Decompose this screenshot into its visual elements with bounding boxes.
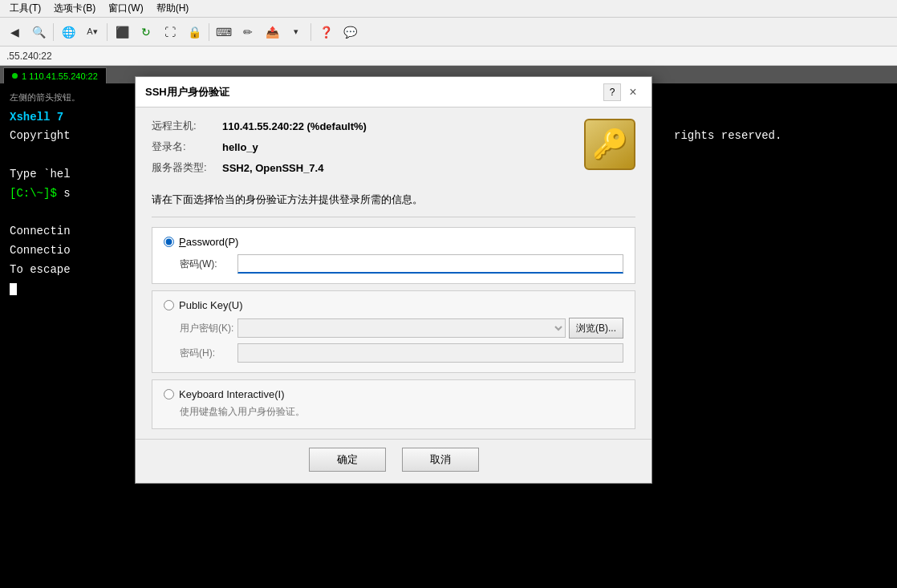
password-radio-label[interactable]: Password(P) [179, 236, 238, 248]
tab-dot [12, 73, 18, 79]
toolbar-edit[interactable]: ✏ [237, 21, 259, 43]
password-section: Password(P) 密码(W): [152, 227, 635, 284]
ok-button[interactable]: 确定 [309, 448, 386, 472]
toolbar-help[interactable]: ❓ [315, 21, 337, 43]
info-row-host: 远程主机: 110.41.55.240:22 (%default%) [152, 119, 367, 133]
toolbar-lock[interactable]: 🔒 [183, 21, 205, 43]
userkey-row: 用户密钥(K): 浏览(B)... [164, 318, 623, 339]
dialog-close-btn[interactable]: × [624, 83, 642, 101]
server-label: 服务器类型: [152, 160, 222, 175]
userkey-label: 用户密钥(K): [180, 322, 237, 335]
toolbar-download[interactable]: ▾ [285, 21, 307, 43]
host-label: 远程主机: [152, 119, 222, 133]
tab-label: 1 110.41.55.240:22 [22, 71, 98, 81]
publickey-radio-row: Public Key(U) [164, 299, 623, 311]
publickey-radio-label[interactable]: Public Key(U) [179, 299, 242, 311]
toolbar-font[interactable]: A▾ [81, 21, 104, 43]
dialog-help-btn[interactable]: ? [603, 83, 621, 101]
password-form-row: 密码(W): [164, 254, 623, 274]
toolbar-info[interactable]: 💬 [339, 21, 361, 43]
keyboard-desc: 使用键盘输入用户身份验证。 [164, 405, 623, 419]
publickey-password-label: 密码(H): [180, 347, 237, 360]
login-value: hello_y [222, 141, 258, 153]
menu-help[interactable]: 帮助(H) [150, 1, 196, 16]
info-row-login: 登录名: hello_y [152, 140, 367, 154]
dialog-body: 远程主机: 110.41.55.240:22 (%default%) 登录名: … [136, 107, 651, 429]
keyboard-radio[interactable] [164, 389, 174, 399]
dialog-title: SSH用户身份验证 [145, 85, 229, 99]
dialog-description: 请在下面选择恰当的身份验证方法并提供登录所需的信息。 [152, 193, 635, 217]
session-tab[interactable]: 1 110.41.55.240:22 [3, 67, 107, 83]
menu-tools[interactable]: 工具(T) [3, 1, 47, 16]
dialog: SSH用户身份验证 ? × 远程主机: 110.41.55.240:22 (%d… [135, 76, 652, 484]
cancel-button[interactable]: 取消 [402, 448, 479, 472]
toolbar-back[interactable]: ◀ [3, 21, 26, 43]
address-text: .55.240:22 [6, 51, 52, 62]
password-label: 密码(W): [180, 258, 237, 271]
password-input[interactable] [237, 254, 623, 274]
dialog-titlebar: SSH用户身份验证 ? × [136, 77, 651, 107]
keyboard-radio-row: Keyboard Interactive(I) [164, 388, 623, 400]
password-radio-row: Password(P) [164, 236, 623, 248]
publickey-radio[interactable] [164, 300, 174, 310]
menu-window[interactable]: 窗口(W) [102, 1, 149, 16]
keyboard-radio-label[interactable]: Keyboard Interactive(I) [179, 388, 285, 400]
userkey-select[interactable] [237, 318, 566, 338]
auth-icon: 🔑 [584, 119, 635, 170]
server-value: SSH2, OpenSSH_7.4 [222, 162, 323, 174]
toolbar-search[interactable]: 🔍 [27, 21, 50, 43]
info-row-server: 服务器类型: SSH2, OpenSSH_7.4 [152, 160, 367, 175]
login-label: 登录名: [152, 140, 222, 154]
toolbar-refresh[interactable]: ↻ [135, 21, 157, 43]
host-value: 110.41.55.240:22 (%default%) [222, 120, 367, 132]
toolbar-keyboard[interactable]: ⌨ [213, 21, 235, 43]
dialog-footer: 确定 取消 [136, 439, 651, 483]
toolbar-upload[interactable]: 📤 [261, 21, 283, 43]
dialog-info-block: 远程主机: 110.41.55.240:22 (%default%) 登录名: … [152, 119, 367, 181]
publickey-password-row: 密码(H): [164, 343, 623, 363]
terminal-cursor [10, 283, 17, 295]
publickey-password-input[interactable] [237, 343, 623, 363]
menu-tabs[interactable]: 选项卡(B) [47, 1, 102, 16]
toolbar-fullscreen[interactable]: ⛶ [159, 21, 181, 43]
browse-btn[interactable]: 浏览(B)... [569, 318, 623, 339]
password-radio[interactable] [164, 237, 174, 247]
publickey-section: Public Key(U) 用户密钥(K): 浏览(B)... 密码(H): [152, 290, 635, 373]
toolbar-network[interactable]: 🌐 [57, 21, 79, 43]
toolbar-stop[interactable]: ⬛ [111, 21, 133, 43]
keyboard-section: Keyboard Interactive(I) 使用键盘输入用户身份验证。 [152, 379, 635, 429]
